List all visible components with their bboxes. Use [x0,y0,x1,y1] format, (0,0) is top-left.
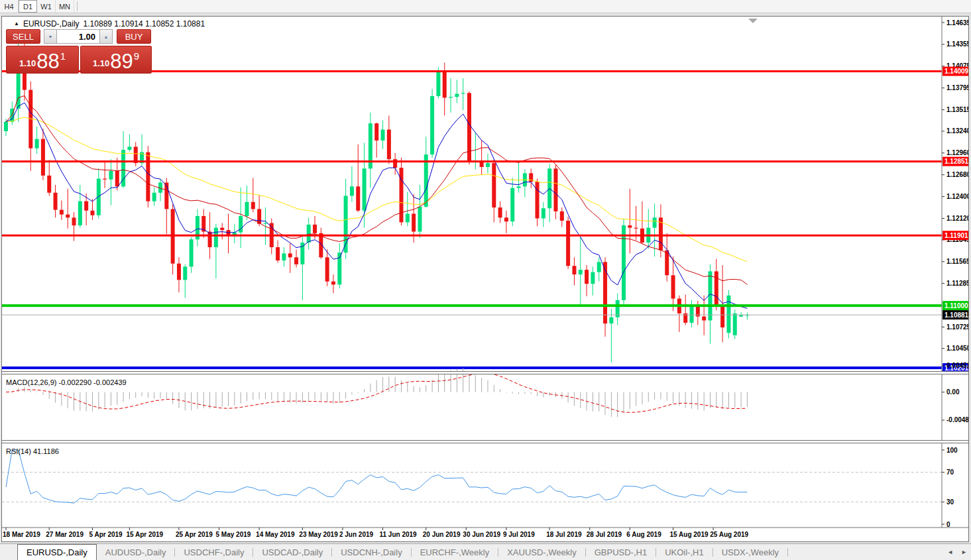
candle-body-up [190,239,194,266]
tab-usdcad-daily[interactable]: USDCAD-,Daily [253,544,331,560]
candle-body-down [251,202,255,209]
axis-label: 1.12120 [946,215,968,222]
support-resistance-line[interactable] [2,160,942,162]
tab-usdcnh-daily[interactable]: USDCNH-,Daily [332,544,410,560]
date-label: 15 Apr 2019 [126,531,163,538]
timeframe-w1[interactable]: W1 [37,0,56,13]
chart-canvas[interactable]: 1.146351.143551.140751.137951.135151.132… [2,17,968,541]
candle-body-up [307,225,311,243]
candle-body-up [152,193,156,201]
chart-ohlc-label: 1.10889 1.10914 1.10852 1.10881 [84,19,205,28]
volume-decrease-button[interactable]: ▼ [44,29,57,44]
volume-input[interactable] [57,29,99,44]
one-click-expand-icon[interactable]: ▲ [14,21,19,27]
date-label: 9 Jul 2019 [503,531,535,538]
date-label: 20 Jun 2019 [423,531,461,538]
candle-body-down [84,201,88,211]
date-label: 15 Aug 2019 [670,531,709,538]
volume-increase-button[interactable]: ▲ [99,29,113,44]
candle-body-down [177,264,181,280]
candle-body-up [597,262,601,272]
level-badge-text: 1.11901 [944,232,968,239]
buy-button[interactable]: BUY [117,29,151,44]
buy-price-box[interactable]: 1.10 89 9 [80,46,152,74]
candle-body-up [622,225,626,300]
tab-spacer [0,544,17,560]
support-resistance-line[interactable] [2,366,942,369]
candle-body-up [733,313,737,335]
tab-usdx-weekly[interactable]: USDX-,Weekly [713,544,787,560]
candle-body-up [455,94,459,97]
buy-price-pip: 9 [134,50,139,62]
candle-body-down [356,186,360,210]
date-label: 14 May 2019 [256,531,295,538]
axis-label: 1.10450 [946,345,968,352]
chart-window: 1.146351.143551.140751.137951.135151.132… [1,16,969,542]
candle-body-up [78,201,82,225]
candle-body-down [325,257,329,281]
candle-body-up [430,96,434,154]
date-label: 5 Apr 2019 [89,531,123,538]
buy-price-prefix: 1.10 [93,58,109,68]
toolbar-separator [77,1,78,11]
candle-body-down [720,305,724,327]
candle-body-up [282,253,286,260]
candle-body-down [536,182,540,218]
candle-body-down [399,168,403,222]
level-badge-text: 1.14009 [944,68,968,75]
tab-eurusd-daily[interactable]: EURUSD-,Daily [17,544,97,560]
support-resistance-line[interactable] [2,235,942,237]
tab-scroll-right-icon[interactable]: ► [961,549,967,555]
candle-body-up [109,171,113,180]
sell-price-box[interactable]: 1.10 88 1 [6,46,79,74]
candle-body-up [449,97,453,97]
timeframe-d1[interactable]: D1 [19,0,37,13]
tab-usdchf-daily[interactable]: USDCHF-,Daily [175,544,253,560]
tab-scroll-left-icon[interactable]: ◄ [947,549,953,555]
tab-scroll-controls: ◄ ► [947,549,967,555]
candle-body-up [97,179,101,215]
candle-body-up [214,228,218,247]
axis-label: 1.13515 [946,106,968,113]
candle-body-down [504,217,508,221]
tab-ukoil-h1[interactable]: UKOil-,H1 [656,544,713,560]
candle-body-down [72,217,76,225]
candle-body-down [572,266,576,274]
candle-body-up [510,188,514,222]
timeframe-h4[interactable]: H4 [0,0,19,13]
candle-body-up [591,272,595,284]
tab-eurchf-weekly[interactable]: EURCHF-,Weekly [412,544,498,560]
tab-xauusd-weekly[interactable]: XAUUSD-,Weekly [498,544,585,560]
tab-gbpusd-h1[interactable]: GBPUSD-,H1 [586,544,656,560]
candle-body-down [665,251,669,276]
date-label: 28 Jul 2019 [587,531,622,538]
candle-body-down [714,271,718,305]
tab-audusd-daily[interactable]: AUDUSD-,Daily [97,544,175,560]
candle-body-up [245,202,249,216]
current-price-badge-text: 1.10881 [944,311,968,319]
date-label: 25 Aug 2019 [710,531,748,538]
chart-title: ▲ EURUSD-,Daily 1.10889 1.10914 1.10852 … [14,19,205,28]
candle-body-down [671,275,675,298]
candle-body-down [220,228,224,231]
sell-button[interactable]: SELL [6,29,40,44]
date-label: 30 Jun 2019 [463,531,500,538]
timeframe-mn[interactable]: MN [56,0,74,13]
axis-label: 30 [946,498,954,506]
candle-body-up [406,213,410,222]
candle-body-down [634,228,638,229]
candle-body-down [257,209,261,223]
candle-body-down [146,152,150,201]
pane-splitter-macd[interactable] [2,371,968,374]
support-resistance-line[interactable] [2,304,942,307]
tab-separator [787,548,788,557]
axis-label: 1.11565 [946,258,968,265]
date-label: 18 Jul 2019 [546,531,582,538]
candle-body-down [276,247,280,260]
pane-splitter-rsi[interactable] [2,440,968,443]
one-click-trade-panel: SELL ▼ ▲ BUY 1.10 88 1 1.10 89 9 [6,28,153,74]
candle-body-down [443,72,447,98]
axis-label: -0.004806 [946,416,968,423]
sell-price-big: 88 [36,52,59,71]
candle-body-down [313,225,317,233]
